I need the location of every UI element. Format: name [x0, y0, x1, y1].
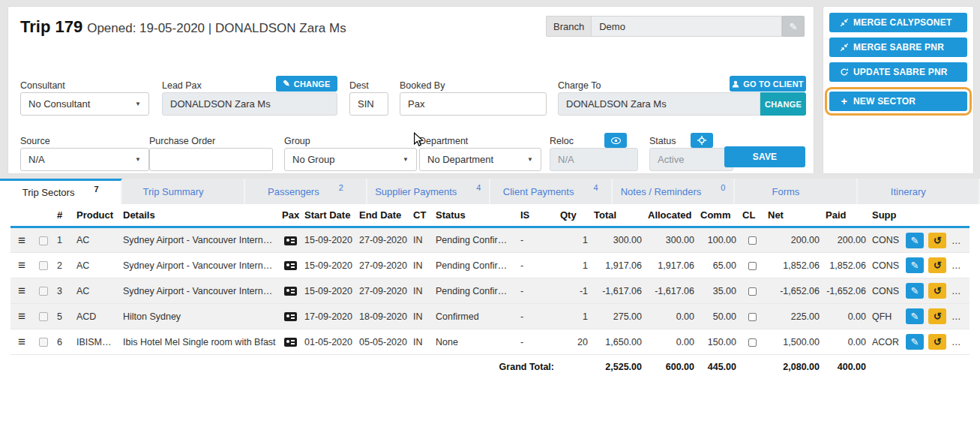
- reloc-label: Reloc: [550, 136, 574, 146]
- tab[interactable]: Trip Summary: [122, 179, 244, 204]
- sector-allocated: 0.00: [645, 304, 697, 329]
- charge-to-change-button[interactable]: CHANGE: [760, 92, 806, 116]
- consultant-select[interactable]: No Consultant ▼: [20, 92, 149, 116]
- edit-sector-button[interactable]: ✎: [906, 283, 924, 299]
- pax-card-icon[interactable]: [284, 261, 297, 270]
- go-to-client-button[interactable]: GO TO CLIENT: [730, 76, 806, 92]
- new-sector-button[interactable]: + NEW SECTOR: [829, 92, 967, 111]
- drag-handle-icon[interactable]: ≡: [18, 258, 25, 272]
- history-sector-button[interactable]: ↺: [928, 233, 946, 248]
- tab-badge: 7: [94, 185, 98, 194]
- cl-checkbox[interactable]: [748, 262, 757, 270]
- history-sector-button[interactable]: ↺: [928, 283, 946, 299]
- sector-status: Confirmed: [433, 304, 517, 329]
- merge-calypsonet-button[interactable]: MERGE CALYPSONET: [829, 13, 967, 32]
- sector-is: -: [517, 329, 557, 355]
- gear-icon: [697, 136, 706, 145]
- dest-label: Dest: [349, 80, 369, 91]
- cancel-sector-button[interactable]: ⊘: [952, 233, 970, 248]
- save-button[interactable]: SAVE: [724, 146, 805, 167]
- sector-comm: 65.00: [697, 253, 739, 278]
- tab[interactable]: Notes / Reminders 0: [613, 179, 735, 204]
- tab-label: Client Payments: [503, 186, 574, 197]
- pax-card-icon[interactable]: [284, 236, 297, 245]
- tab[interactable]: Client Payments 4: [490, 179, 613, 204]
- drag-handle-icon[interactable]: ≡: [18, 284, 25, 298]
- dest-input[interactable]: [349, 92, 388, 116]
- sector-is: -: [517, 304, 557, 329]
- lead-pax-value: DONALDSON Zara Ms: [170, 98, 271, 110]
- merge-sabre-pnr-button[interactable]: MERGE SABRE PNR: [829, 38, 967, 57]
- sector-ct: IN: [410, 329, 433, 355]
- sector-ct: IN: [410, 227, 433, 253]
- status-settings-button[interactable]: [691, 133, 713, 148]
- sector-allocated: -1,617.06: [645, 278, 697, 304]
- tab-badge: 4: [593, 183, 598, 192]
- tab[interactable]: Passengers 2: [245, 179, 367, 204]
- pax-card-icon[interactable]: [284, 338, 297, 347]
- cl-checkbox[interactable]: [748, 338, 757, 347]
- history-sector-button[interactable]: ↺: [928, 257, 946, 273]
- drag-handle-icon[interactable]: ≡: [18, 335, 25, 349]
- sector-details: Sydney Airport - Vancouver International…: [120, 253, 279, 278]
- ban-icon: ⊘: [957, 336, 965, 347]
- history-sector-button[interactable]: ↺: [928, 308, 946, 324]
- row-checkbox[interactable]: [39, 261, 48, 270]
- col-comm: Comm: [697, 204, 739, 227]
- lead-pax-change-button[interactable]: ✎CHANGE: [276, 76, 337, 92]
- department-select[interactable]: No Department ▼: [419, 148, 541, 171]
- sector-qty: 20: [557, 329, 591, 355]
- sector-supp: QFH: [869, 304, 903, 329]
- edit-sector-button[interactable]: ✎: [906, 334, 924, 350]
- history-sector-button[interactable]: ↺: [928, 334, 946, 350]
- new-sector-highlight: + NEW SECTOR: [825, 87, 972, 116]
- tab[interactable]: Supplier Payments 4: [367, 179, 490, 204]
- trip-subtitle: Opened: 19-05-2020 | DONALDSON Zara Ms: [87, 21, 346, 35]
- pax-card-icon[interactable]: [284, 287, 297, 296]
- table-header-row: # Product Details Pax Start Date End Dat…: [10, 204, 970, 227]
- edit-sector-button[interactable]: ✎: [906, 257, 924, 273]
- sector-end-date: 18-09-2020: [356, 304, 410, 329]
- charge-to-value: DONALDSON Zara Ms: [566, 98, 667, 110]
- caret-down-icon: ▼: [403, 156, 409, 163]
- sector-net: 200.00: [765, 227, 823, 253]
- sector-supp: ACOR: [869, 329, 903, 355]
- cl-checkbox[interactable]: [748, 313, 757, 321]
- row-checkbox[interactable]: [39, 338, 48, 347]
- sector-start-date: 15-09-2020: [301, 227, 356, 253]
- pax-card-icon[interactable]: [284, 312, 297, 321]
- grand-total-total: 2,525.00: [591, 355, 645, 379]
- sector-total: 275.00: [591, 304, 645, 329]
- merge-icon: [839, 43, 850, 52]
- purchase-order-input[interactable]: [149, 148, 273, 171]
- drag-handle-icon[interactable]: ≡: [18, 309, 25, 323]
- update-sabre-pnr-button[interactable]: UPDATE SABRE PNR: [829, 62, 967, 82]
- lead-pax-label: Lead Pax: [162, 80, 202, 91]
- edit-sector-button[interactable]: ✎: [906, 233, 924, 248]
- source-select[interactable]: N/A ▼: [20, 148, 149, 171]
- row-checkbox[interactable]: [39, 312, 48, 321]
- tab[interactable]: Itinerary: [858, 179, 980, 204]
- sector-number: 3: [54, 278, 73, 304]
- reloc-view-button[interactable]: [604, 133, 627, 148]
- cancel-sector-button[interactable]: ⊘: [952, 257, 970, 273]
- row-checkbox[interactable]: [39, 287, 48, 296]
- tab[interactable]: Trip Sectors 7: [0, 179, 122, 204]
- branch-edit-button[interactable]: ✎: [782, 16, 805, 37]
- group-select[interactable]: No Group ▼: [284, 148, 417, 171]
- cancel-sector-button[interactable]: ⊘: [952, 283, 970, 299]
- sector-net: -1,652.06: [765, 278, 823, 304]
- cancel-sector-button[interactable]: ⊘: [952, 308, 970, 324]
- cancel-sector-button[interactable]: ⊘: [952, 334, 970, 350]
- cl-checkbox[interactable]: [748, 236, 757, 245]
- tab[interactable]: Forms: [735, 179, 857, 204]
- col-end-date: End Date: [356, 204, 410, 227]
- purchase-order-label: Purchase Order: [149, 136, 215, 146]
- booked-by-input[interactable]: [400, 92, 547, 116]
- row-checkbox[interactable]: [39, 236, 48, 245]
- cl-checkbox[interactable]: [748, 287, 757, 296]
- drag-handle-icon[interactable]: ≡: [18, 233, 25, 248]
- sector-end-date: 27-09-2020: [356, 278, 410, 304]
- edit-sector-button[interactable]: ✎: [906, 308, 924, 324]
- eye-icon: [611, 137, 621, 144]
